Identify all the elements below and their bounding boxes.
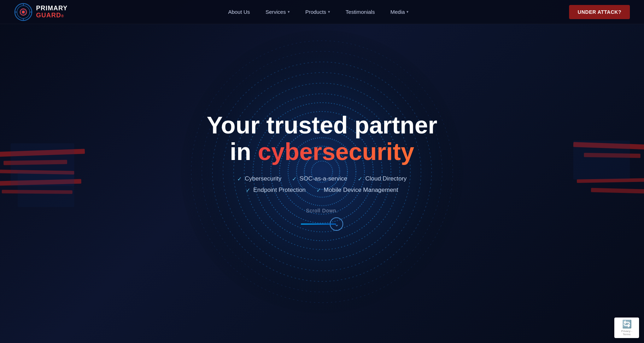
deco-left [0,101,134,242]
hero-highlight: cybersecurity [258,138,414,165]
hero-features-row1: ✓ Cybersecurity ✓ SOC-as-a-service ✓ Clo… [237,175,406,182]
check-icon-3: ✓ [358,176,362,182]
media-dropdown-arrow: ▾ [406,10,409,14]
check-icon-2: ✓ [292,176,297,182]
feature-cybersecurity: ✓ Cybersecurity [237,175,281,182]
nav-item-testimonials[interactable]: Testimonials [338,6,383,18]
navbar: PRIMARY GUARD® About Us Services ▾ Produ… [0,0,644,24]
scroll-indicator[interactable]: ⌄ [301,217,343,231]
check-icon-5: ✓ [316,187,321,194]
logo[interactable]: PRIMARY GUARD® [14,3,68,21]
feature-mdm: ✓ Mobile Device Management [316,187,398,194]
logo-icon [14,3,33,21]
nav-item-about[interactable]: About Us [220,6,258,18]
scroll-down[interactable]: Scroll Down. ⌄ [207,208,437,231]
feature-cloud: ✓ Cloud Directory [358,175,406,182]
hero-features: ✓ Cybersecurity ✓ SOC-as-a-service ✓ Clo… [207,175,437,194]
hero-features-row2: ✓ Endpoint Protection ✓ Mobile Device Ma… [246,187,398,194]
logo-text-guard: GUARD® [36,12,68,19]
check-icon-1: ✓ [237,176,242,182]
nav-link-about[interactable]: About Us [220,6,258,18]
check-icon-4: ✓ [246,187,250,194]
logo-text-primary: PRIMARY [36,5,68,12]
nav-link-services[interactable]: Services ▾ [258,6,298,18]
scroll-text: Scroll Down. [306,208,338,213]
nav-link-media[interactable]: Media ▾ [382,6,416,18]
feature-endpoint: ✓ Endpoint Protection [246,187,305,194]
svg-point-4 [22,11,25,13]
hero-content: Your trusted partner in cybersecurity ✓ … [207,112,437,231]
nav-item-media[interactable]: Media ▾ [382,6,416,18]
nav-link-testimonials[interactable]: Testimonials [338,6,383,18]
deco-right [510,101,644,242]
recaptcha-icon: 🔄 [622,320,632,329]
nav-link-products[interactable]: Products ▾ [298,6,338,18]
hero-section: Your trusted partner in cybersecurity ✓ … [0,0,644,343]
recaptcha-text: Privacy - Terms [617,330,636,336]
recaptcha-badge: 🔄 Privacy - Terms [614,318,639,338]
nav-links: About Us Services ▾ Products ▾ Testimoni… [220,6,416,18]
hero-title: Your trusted partner in cybersecurity [207,112,437,165]
nav-item-products[interactable]: Products ▾ [298,6,338,18]
nav-item-services[interactable]: Services ▾ [258,6,298,18]
feature-soc: ✓ SOC-as-a-service [292,175,347,182]
products-dropdown-arrow: ▾ [328,10,330,14]
scroll-line [301,224,336,225]
services-dropdown-arrow: ▾ [288,10,290,14]
under-attack-button[interactable]: UNDER ATTACK? [569,5,630,19]
